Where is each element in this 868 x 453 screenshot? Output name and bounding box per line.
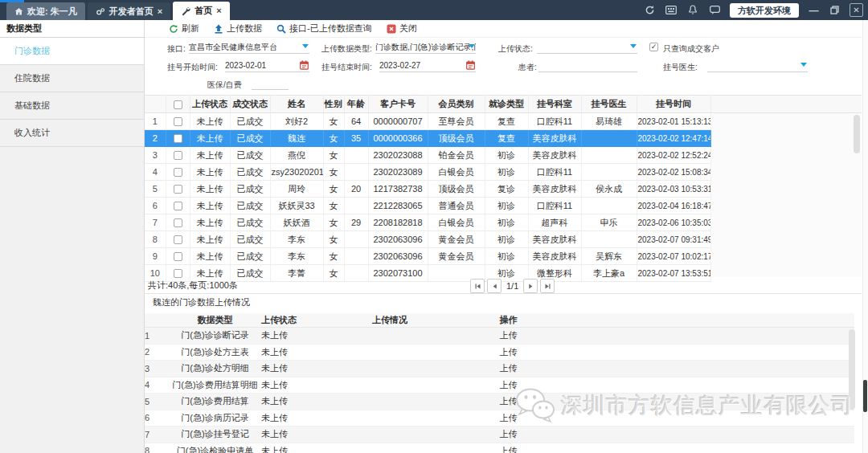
table-cell: 美容皮肤科: [528, 248, 581, 265]
table-cell: 2302023089: [368, 164, 428, 181]
upload-action-link[interactable]: 上传: [500, 330, 518, 340]
table-cell: 美容皮肤科: [528, 181, 581, 198]
upload-action-link[interactable]: 上传: [500, 380, 518, 390]
table-cell: 复查: [485, 130, 528, 147]
grid-scrollbar-thumb[interactable]: [854, 115, 860, 153]
first-page-button[interactable]: [470, 279, 485, 293]
upload-action-link[interactable]: 上传: [500, 413, 518, 422]
table-row[interactable]: 3未上传已成交燕倪女2302023088铂金会员初诊美容皮肤科2023-02-0…: [145, 147, 710, 164]
table-row[interactable]: 9未上传已成交李东女2302063096黄金会员初诊美容皮肤科吴辉东2023-0…: [145, 248, 710, 265]
gears-icon: [96, 7, 105, 16]
row-number: 4: [145, 164, 166, 181]
row-checkbox[interactable]: [174, 235, 182, 244]
upload-type-select[interactable]: 门诊数据,门(急)诊诊断记录,门(: [375, 41, 476, 54]
upload-action-link[interactable]: 上传: [500, 396, 518, 406]
comment-icon[interactable]: [708, 4, 721, 17]
table-row[interactable]: 4未上传已成交zsy23020201女2302023089白银会员初诊口腔科11…: [145, 164, 710, 181]
table-row[interactable]: 8未上传已成交李东女2302063096黄金会员初诊美容皮肤科2023-02-0…: [145, 231, 710, 248]
row-checkbox[interactable]: [174, 252, 182, 261]
tab-developer-home[interactable]: 开发者首页 ×: [88, 2, 170, 20]
tab-home[interactable]: 首页 ×: [173, 2, 229, 20]
col-upload-status: 上传状态: [190, 96, 230, 113]
row-checkbox[interactable]: [174, 134, 182, 143]
console-icon[interactable]: [665, 4, 678, 17]
minimize-button[interactable]: —: [808, 4, 820, 16]
row-checkbox[interactable]: [174, 218, 182, 227]
upload-action-link[interactable]: 上传: [500, 446, 518, 453]
table-cell: 黄金会员: [428, 231, 485, 248]
col-reg-time: 挂号时间: [637, 96, 710, 113]
next-page-button[interactable]: [523, 279, 538, 293]
tab-welcome[interactable]: 欢迎: 朱一凡: [6, 2, 85, 20]
table-row[interactable]: 7未上传已成交妖妖酒女292208182818白银会员初诊超声科申乐2023-0…: [145, 214, 710, 231]
upload-action-link[interactable]: 上传: [500, 363, 518, 373]
table-cell: 顶级会员: [428, 181, 485, 198]
last-page-button[interactable]: [540, 279, 555, 293]
upload-detail-cell: [338, 361, 442, 378]
start-time-input[interactable]: 2023-02-01: [225, 59, 309, 72]
table-cell: 2023-02-02 12:52:24: [637, 147, 710, 164]
sidebar-item-basic-data[interactable]: 基础数据: [0, 92, 144, 120]
close-icon[interactable]: ×: [216, 6, 221, 15]
pay-type-input[interactable]: [252, 77, 289, 90]
restore-button[interactable]: [829, 4, 841, 16]
table-cell: 2023-02-06 10:35:03: [637, 214, 710, 231]
row-checkbox-cell: [166, 231, 190, 248]
calendar-icon[interactable]: [300, 60, 309, 70]
upload-status-cell: 未上传: [261, 394, 338, 410]
upload-status-select[interactable]: [537, 41, 637, 54]
select-all-checkbox[interactable]: [174, 100, 182, 109]
close-window-button[interactable]: ✕: [850, 3, 863, 17]
bell-icon[interactable]: [686, 4, 699, 17]
row-number: 1: [145, 328, 169, 345]
table-cell: [344, 198, 368, 214]
table-cell: [344, 164, 368, 181]
table-cell: 2302063096: [368, 248, 428, 265]
outer-scrollbar-thumb[interactable]: [863, 380, 867, 412]
table-cell: 妖妖酒: [270, 214, 323, 231]
table-cell: 已成交: [230, 130, 270, 147]
interface-select[interactable]: 宜昌市全民健康信息平台: [189, 41, 309, 54]
upload-detail-cell: [338, 344, 442, 361]
table-cell: [581, 147, 637, 164]
refresh-button[interactable]: 刷新: [169, 22, 199, 35]
data-type-cell: 门(急)诊挂号登记: [169, 426, 261, 443]
prev-page-button[interactable]: [487, 279, 502, 293]
uploaded-data-query-button[interactable]: 接口-已上传数据查询: [276, 22, 372, 35]
lower-scrollbar-thumb[interactable]: [849, 329, 855, 410]
only-deal-checkbox[interactable]: ✓: [649, 43, 658, 51]
table-cell: 29: [344, 214, 368, 231]
table-cell: 口腔科11: [528, 113, 581, 130]
table-row[interactable]: 1未上传已成交刘好2女640000000707至尊会员复查口腔科11易琦雄202…: [145, 113, 710, 130]
list-item: 2门(急)诊处方主表未上传上传: [145, 344, 854, 361]
row-checkbox[interactable]: [174, 168, 182, 177]
end-time-input[interactable]: 2023-02-27: [379, 59, 476, 72]
table-cell: 64: [344, 113, 368, 130]
table-row[interactable]: 5未上传已成交周玲女201217382738顶级会员复诊美容皮肤科侯永成2023…: [145, 181, 710, 198]
table-cell: 初诊: [485, 147, 528, 164]
table-row[interactable]: 6未上传已成交妖妖灵33女2212283065普通会员初诊口腔科112023-0…: [145, 198, 710, 214]
patient-input[interactable]: [538, 59, 637, 72]
table-row[interactable]: 2未上传已成交魏连女350000000366顶级会员复查美容皮肤科2023-02…: [145, 130, 710, 147]
table-cell: [581, 164, 637, 181]
row-checkbox[interactable]: [174, 117, 182, 126]
close-icon[interactable]: ×: [158, 7, 162, 16]
row-checkbox[interactable]: [174, 185, 182, 194]
sidebar-item-inpatient[interactable]: 住院数据: [0, 65, 144, 92]
row-checkbox[interactable]: [174, 151, 182, 160]
refresh-icon[interactable]: [643, 4, 656, 17]
calendar-icon[interactable]: [466, 60, 475, 70]
table-cell: 未上传: [190, 147, 230, 164]
sidebar-item-income-stats[interactable]: 收入统计: [0, 120, 144, 147]
env-button[interactable]: 方软开发环境: [730, 3, 799, 18]
upload-data-button[interactable]: 上传数据: [214, 22, 262, 35]
doctor-select[interactable]: [707, 59, 808, 72]
row-checkbox[interactable]: [174, 202, 182, 210]
table-cell: 已成交: [230, 181, 270, 198]
patient-table-body: 1未上传已成交刘好2女640000000707至尊会员复查口腔科11易琦雄202…: [145, 113, 710, 282]
upload-action-link[interactable]: 上传: [500, 429, 518, 439]
close-button[interactable]: 关闭: [387, 22, 417, 35]
sidebar-item-outpatient[interactable]: 门诊数据: [0, 38, 144, 65]
table-cell: [581, 231, 637, 248]
upload-action-link[interactable]: 上传: [500, 347, 518, 357]
